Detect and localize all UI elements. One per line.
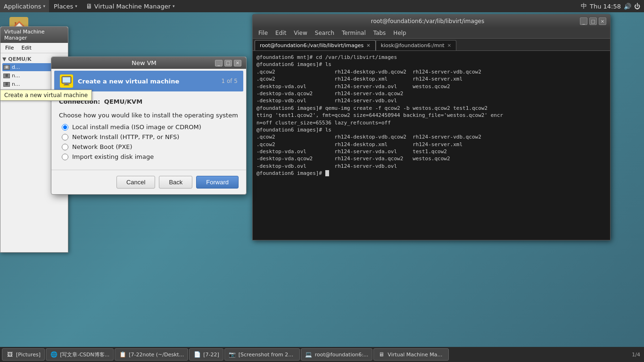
radio-network-install[interactable]: Network Install (HTTP, FTP, or NFS) (62, 133, 239, 140)
vm-name-2: n... (12, 73, 20, 79)
input-method[interactable]: 中 (581, 2, 587, 10)
taskbar-item-screenshot[interactable]: 📷 [Screenshot from 20... (224, 348, 300, 361)
taskbar-item-722[interactable]: 📄 [7-22] (189, 348, 223, 361)
radio-import-disk[interactable]: Import existing disk image (62, 153, 239, 160)
cancel-button[interactable]: Cancel (116, 176, 155, 189)
taskbar-label-csdn: [写文章-CSDN博客... (60, 351, 109, 358)
terminal-tabs-menu[interactable]: Tabs (370, 29, 390, 37)
volume-icon[interactable]: 🔊 (624, 3, 631, 10)
taskbar-label-pictures: [Pictures] (16, 352, 41, 358)
vm-create-icon (61, 76, 72, 86)
taskbar-icon-screenshot: 📷 (229, 351, 236, 358)
taskbar-label-screenshot: [Screenshot from 20... (239, 352, 296, 358)
top-panel: Applications ▾ Places ▾ 🖥 Virtual Machin… (0, 0, 644, 12)
newvm-option-label: Create a new virtual machine (78, 78, 179, 85)
vm-icon-2: 🖥 (3, 74, 10, 78)
forward-button[interactable]: Forward (196, 176, 239, 189)
vm-name-1: d... (12, 64, 20, 70)
vmm-titlebar: Virtual Machine Manager (0, 27, 68, 43)
terminal-tab-2-label: kiosk@foundation6:/mnt (381, 42, 445, 49)
taskbar-item-note[interactable]: 📋 [7-22note (~/Deskt... (115, 348, 188, 361)
newvm-win-controls: _ □ ✕ (215, 60, 241, 66)
taskbar-page-indicator: 1/4 (632, 352, 642, 358)
radio-network-boot-input[interactable] (62, 144, 68, 150)
newvm-question: Choose how you would like to install the… (59, 112, 239, 119)
svg-rect-3 (64, 84, 69, 85)
vm-icon-3: 🖥 (3, 82, 10, 87)
taskbar-item-vmm[interactable]: 🖥 Virtual Machine Mana... (373, 348, 449, 361)
terminal-content: @foundation6 mnt]# cd /var/lib/libvirt/i… (256, 54, 503, 176)
svg-rect-2 (65, 83, 68, 84)
newvm-step-indicator: 1 of 5 (184, 78, 238, 84)
places-menu[interactable]: Places ▾ (50, 0, 81, 12)
terminal-tab-2-close[interactable]: ✕ (447, 43, 451, 48)
step-of: of 5 (227, 78, 238, 84)
radio-network-install-input[interactable] (62, 134, 68, 140)
tooltip-text: Create a new virtual machine (4, 92, 88, 99)
newvm-dialog: New VM _ □ ✕ Create a new virtual machin… (51, 57, 247, 195)
terminal-cursor (325, 170, 329, 176)
terminal-titlebar: root@foundation6:/var/lib/libvirt/images… (253, 15, 610, 28)
terminal-tab-1-close[interactable]: ✕ (366, 43, 370, 48)
terminal-view-menu[interactable]: View (290, 29, 311, 37)
vmm-menu[interactable]: 🖥 Virtual Machine Manager ▾ (82, 0, 179, 12)
terminal-body[interactable]: @foundation6 mnt]# cd /var/lib/libvirt/i… (253, 51, 610, 239)
terminal-search-menu[interactable]: Search (311, 29, 338, 37)
terminal-help-menu[interactable]: Help (389, 29, 410, 37)
radio-network-boot-label: Network Boot (PXE) (72, 143, 132, 150)
vmm-menubar: File Edit (0, 43, 68, 53)
taskbar-label-vmm: Virtual Machine Mana... (388, 352, 445, 358)
vm-icon-1: 🖥 (3, 65, 10, 70)
top-panel-left: Applications ▾ Places ▾ 🖥 Virtual Machin… (0, 0, 179, 12)
terminal-minimize-btn[interactable]: _ (580, 17, 587, 25)
newvm-body: Connection: QEMU/KVM Choose how you woul… (51, 93, 246, 165)
taskbar-item-csdn[interactable]: 🌐 [写文章-CSDN博客... (46, 348, 114, 361)
terminal-terminal-menu[interactable]: Terminal (338, 29, 370, 37)
applications-menu[interactable]: Applications ▾ (0, 0, 49, 12)
top-panel-right: 中 Thu 14:58 🔊 ⏻ (581, 2, 644, 10)
radio-import-disk-input[interactable] (62, 154, 68, 160)
step-current: 1 (222, 78, 225, 84)
vmm-file-menu[interactable]: File (3, 44, 16, 52)
terminal-edit-menu[interactable]: Edit (272, 29, 290, 37)
terminal-win-controls: _ □ ✕ (580, 17, 606, 25)
terminal-tab-1[interactable]: root@foundation6:/var/lib/libvirt/images… (255, 40, 376, 50)
radio-local-install[interactable]: Local install media (ISO image or CDROM) (62, 123, 239, 131)
taskbar-icon-vmm: 🖥 (378, 351, 385, 358)
terminal-close-btn[interactable]: ✕ (599, 17, 606, 25)
terminal-file-menu[interactable]: File (255, 29, 272, 37)
radio-network-boot[interactable]: Network Boot (PXE) (62, 143, 239, 150)
vmm-arrow: ▾ (173, 4, 175, 8)
taskbar: 🖼 [Pictures] 🌐 [写文章-CSDN博客... 📋 [7-22not… (0, 347, 644, 362)
taskbar-icon-note: 📋 (119, 351, 126, 358)
taskbar-item-pictures[interactable]: 🖼 [Pictures] (2, 348, 45, 361)
taskbar-icon-terminal: 💻 (305, 351, 313, 358)
newvm-footer: Cancel Back Forward (51, 170, 246, 194)
newvm-minimize-btn[interactable]: _ (215, 60, 223, 66)
newvm-titlebar: New VM _ □ ✕ (51, 57, 246, 69)
taskbar-item-terminal[interactable]: 💻 root@foundation6:... (301, 348, 373, 361)
newvm-title: New VM (132, 59, 157, 66)
vmm-edit-menu[interactable]: Edit (19, 44, 33, 52)
taskbar-icon-pictures: 🖼 (6, 351, 14, 358)
vm-name-3: n... (12, 81, 20, 87)
terminal-tab-2[interactable]: kiosk@foundation6:/mnt ✕ (376, 40, 456, 50)
newvm-maximize-btn[interactable]: □ (224, 60, 232, 66)
vmm-label: Virtual Machine Manager (94, 3, 171, 10)
power-icon[interactable]: ⏻ (634, 3, 640, 10)
applications-arrow: ▾ (43, 4, 45, 8)
terminal-maximize-btn[interactable]: □ (589, 17, 597, 25)
applications-label: Applications (4, 3, 41, 10)
terminal-window: root@foundation6:/var/lib/libvirt/images… (252, 14, 611, 240)
taskbar-label-note: [7-22note (~/Deskt... (129, 352, 184, 358)
newvm-close-btn[interactable]: ✕ (234, 60, 241, 66)
newvm-option-icon (60, 74, 73, 88)
taskbar-icon-csdn: 🌐 (50, 351, 58, 358)
back-button[interactable]: Back (159, 176, 192, 189)
radio-local-install-input[interactable] (62, 124, 68, 131)
taskbar-label-terminal: root@foundation6:... (315, 352, 369, 358)
terminal-title: root@foundation6:/var/lib/libvirt/images (275, 18, 580, 25)
radio-local-install-label: Local install media (ISO image or CDROM) (72, 123, 201, 131)
svg-rect-1 (63, 77, 70, 82)
radio-import-disk-label: Import existing disk image (72, 153, 154, 160)
